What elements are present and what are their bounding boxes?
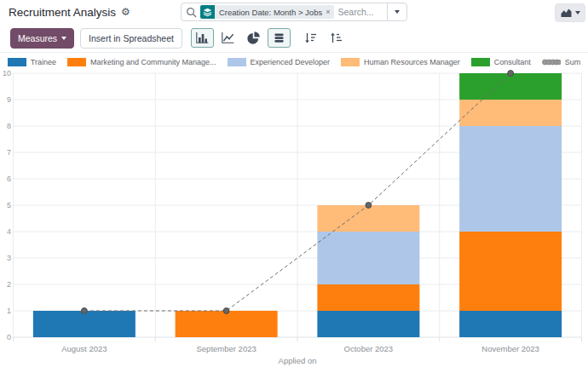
legend-swatch-sum [542,58,561,66]
line-chart-icon [221,32,235,44]
y-tick-label: 4 [7,227,11,236]
pie-chart-button[interactable] [242,28,265,48]
page-title: Recruitment Analysis [9,6,116,19]
bar-chart-icon [195,32,210,44]
legend-item-trainee[interactable]: Trainee [8,58,56,66]
facet-label: Creation Date: Month > Jobs [219,8,322,17]
measures-label: Measures [18,33,57,43]
chevron-down-icon [61,37,66,40]
y-tick-label: 3 [7,254,11,262]
gear-icon[interactable]: ⚙ [121,7,130,17]
control-panel: Recruitment Analysis ⚙ Creation Date: Mo… [0,0,588,24]
bar-segment-marketing-and-community-manage-september-2023[interactable] [176,311,278,337]
bar-segment-human-resources-manager-october-2023[interactable] [317,205,419,232]
facet-remove-icon[interactable]: × [326,9,330,16]
chevron-down-icon [395,10,400,14]
legend-swatch [228,58,246,66]
bar-chart-button[interactable] [191,28,214,48]
search-icon [186,7,197,18]
chart-toolbar: Measures Insert in Spreadsheet [0,24,588,53]
y-tick-label: 6 [7,175,11,183]
insert-in-spreadsheet-button[interactable]: Insert in Spreadsheet [80,28,182,49]
legend-item-experienced-developer[interactable]: Experienced Developer [228,58,331,66]
search-input[interactable] [334,7,387,17]
y-tick-label: 7 [7,148,11,157]
sum-point-august-2023[interactable] [81,308,87,314]
stacked-button[interactable] [268,28,291,48]
legend-swatch [67,58,86,66]
y-tick-label: 0 [7,333,11,341]
x-axis-title: Applied on [279,356,317,365]
bar-segment-trainee-october-2023[interactable] [317,311,419,337]
bar-segment-trainee-november-2023[interactable] [459,311,562,337]
search-dropdown-toggle[interactable] [387,3,406,20]
group-by-icon [200,5,215,19]
bar-segment-experienced-developer-november-2023[interactable] [459,126,562,232]
legend-item-consultant[interactable]: Consultant [471,58,531,66]
y-tick-label: 8 [7,122,11,130]
sort-ascending-button[interactable] [325,28,348,48]
sum-point-october-2023[interactable] [366,203,372,209]
facet-body: Creation Date: Month > Jobs × [215,5,334,19]
sort-descending-button[interactable] [299,28,322,48]
y-tick-label: 1 [7,307,11,315]
x-category-label: September 2023 [197,344,257,353]
stacked-icon [273,32,285,44]
sum-point-november-2023[interactable] [508,71,514,77]
bar-segment-marketing-and-community-manage-november-2023[interactable] [459,232,562,311]
bar-segment-trainee-august-2023[interactable] [33,311,135,337]
area-chart-icon [560,8,573,18]
legend-label: Marketing and Community Manage... [90,58,216,66]
x-category-label: November 2023 [481,344,539,353]
legend-item-sum[interactable]: Sum [542,58,581,66]
bar-segment-consultant-november-2023[interactable] [459,73,562,100]
y-tick-label: 5 [7,201,11,209]
x-category-label: August 2023 [61,344,107,353]
sum-point-september-2023[interactable] [223,308,229,314]
legend-item-human-resources-manager[interactable]: Human Resources Manager [341,58,460,66]
legend-label: Consultant [494,58,531,66]
y-tick-label: 10 [3,70,11,77]
legend-swatch [8,58,26,66]
bar-segment-experienced-developer-october-2023[interactable] [317,232,419,284]
line-chart-button[interactable] [216,28,239,48]
view-switcher-button[interactable] [555,3,585,22]
recruitment-chart: 012345678910August 2023September 2023Oct… [0,70,588,367]
view-mode-buttons [191,28,348,48]
legend-label: Human Resources Manager [364,58,460,66]
sort-descending-icon [303,32,317,44]
legend-label: Sum [565,58,581,66]
legend-item-marketing-and-community-manage[interactable]: Marketing and Community Manage... [67,58,216,66]
pie-chart-icon [247,32,260,44]
breadcrumb: Recruitment Analysis ⚙ [9,0,130,24]
chart-legend: TraineeMarketing and Community Manage...… [0,54,588,70]
search-facet[interactable]: Creation Date: Month > Jobs × [200,5,334,19]
bar-segment-human-resources-manager-november-2023[interactable] [459,100,562,126]
y-tick-label: 9 [7,95,11,104]
legend-swatch [471,58,490,66]
x-category-label: October 2023 [344,344,394,353]
legend-swatch [341,58,360,66]
legend-label: Trainee [31,58,56,66]
y-tick-label: 2 [7,280,11,289]
bar-segment-marketing-and-community-manage-october-2023[interactable] [317,284,419,311]
search-bar[interactable]: Creation Date: Month > Jobs × [181,3,407,21]
recruitment-analysis-app: Recruitment Analysis ⚙ Creation Date: Mo… [0,0,588,367]
chevron-down-icon [575,11,580,14]
sort-ascending-icon [329,32,343,44]
legend-label: Experienced Developer [251,58,331,66]
measures-button[interactable]: Measures [10,28,74,49]
